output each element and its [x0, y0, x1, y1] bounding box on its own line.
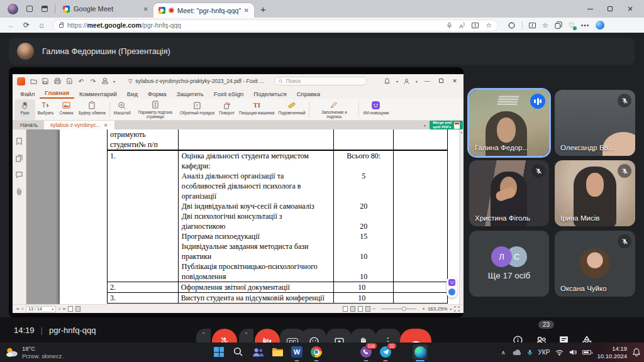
edge-app[interactable] [413, 344, 428, 359]
telegram-app[interactable]: 22 [378, 344, 393, 359]
facing-icon[interactable] [358, 306, 363, 312]
tool-rotate[interactable]: Поворот [216, 99, 237, 120]
workspaces-icon[interactable] [23, 3, 36, 15]
home-button[interactable]: ⌂ [35, 21, 48, 30]
undo-icon[interactable]: ↶ [77, 77, 85, 85]
page-view-icon[interactable] [68, 306, 73, 312]
present-button[interactable] [326, 329, 352, 343]
participant-tile[interactable]: Галина Федор... [469, 90, 549, 156]
open-folder-icon[interactable] [30, 77, 37, 85]
pip-icon[interactable] [472, 23, 479, 28]
tool-clipboard[interactable]: Буфер обмена [77, 99, 108, 120]
bell-icon[interactable] [384, 77, 391, 85]
refresh-button[interactable]: ⟳ [20, 21, 33, 30]
doc-tab-close-icon[interactable]: ✕ [104, 123, 108, 128]
tool-hand[interactable]: Рука [14, 99, 35, 120]
foxit-restore-button[interactable] [436, 78, 445, 84]
foxit-close-button[interactable]: ✕ [450, 78, 459, 84]
page-view-icon[interactable] [75, 306, 80, 312]
page-number-field[interactable]: 13 / 14▾ [26, 306, 56, 312]
file-explorer-app[interactable] [270, 344, 285, 359]
ai-chat-icon[interactable] [448, 279, 455, 286]
tool-fit-page[interactable]: Параметр подгона страницы [133, 99, 178, 120]
mic-muted-button[interactable] [212, 329, 237, 343]
more-options-button[interactable]: ⋮ [375, 329, 401, 343]
menu-file[interactable]: Файл [15, 89, 40, 99]
favorite-star-icon[interactable]: ☆ [486, 22, 492, 29]
participant-tile[interactable]: Ірина Мисів [555, 160, 635, 226]
tool-typewriter[interactable]: TIПишущая машинка [237, 99, 276, 120]
tray-expand-icon[interactable]: ∧ [501, 349, 506, 356]
raise-hand-button[interactable] [351, 329, 376, 343]
doc-tab-start[interactable]: Начать [14, 121, 44, 129]
menu-help[interactable]: Справка [292, 89, 325, 99]
pages-icon[interactable] [16, 155, 23, 162]
attachments-icon[interactable] [16, 188, 23, 195]
search-button[interactable] [231, 344, 246, 359]
word-app[interactable]: W [289, 344, 304, 359]
onedrive-icon[interactable] [511, 349, 521, 356]
voice-search-icon[interactable] [447, 22, 452, 29]
comments-icon[interactable] [16, 172, 23, 178]
zoom-in-icon[interactable]: + [422, 306, 425, 312]
zoom-slider-knob[interactable] [402, 307, 406, 311]
weather-widget[interactable]: 18°CPrzew. słonecz. [5, 345, 64, 360]
zoom-level[interactable]: 163,25% [428, 306, 448, 312]
back-button[interactable]: ← [5, 21, 18, 30]
account-icon[interactable] [403, 77, 411, 85]
next-page-icon[interactable]: › [58, 306, 60, 312]
camera-off-button[interactable] [255, 329, 280, 343]
tool-highlight[interactable]: Подсвеченный [276, 99, 307, 120]
save-icon[interactable] [42, 77, 49, 85]
collections-icon[interactable] [555, 21, 562, 29]
end-call-button[interactable] [400, 329, 431, 343]
document-viewport[interactable]: отримують студенти№ п/п 1. Оцінка діяльн… [26, 129, 464, 304]
stamp-dropdown-icon[interactable]: ▾ [113, 79, 115, 84]
export-icon[interactable] [65, 77, 73, 85]
new-tab-button[interactable]: + [260, 4, 266, 14]
notifications-icon[interactable] [633, 348, 640, 356]
browser-essentials-icon[interactable] [508, 21, 516, 29]
reactions-button[interactable] [301, 329, 326, 343]
profile-avatar[interactable] [8, 4, 18, 14]
first-page-icon[interactable]: « [16, 306, 19, 312]
wifi-icon[interactable] [555, 349, 564, 356]
viber-app[interactable]: 116 [358, 344, 374, 359]
single-page-icon[interactable] [343, 306, 348, 312]
menu-esign[interactable]: Foxit eSign [209, 89, 249, 99]
activities-button[interactable] [580, 335, 593, 343]
tab-google-meet[interactable]: Google Meet ✕ [58, 0, 153, 18]
chrome-app[interactable] [309, 344, 324, 359]
tool-zoom[interactable]: Масштаб [112, 99, 133, 120]
close-button[interactable]: ✕ [620, 0, 640, 18]
start-button[interactable] [211, 344, 226, 359]
print-icon[interactable] [53, 77, 61, 85]
menu-comment[interactable]: Комментарий [74, 89, 122, 99]
cam-options-icon[interactable]: ⌃ [239, 329, 253, 343]
more-participants-tile[interactable]: Л С Ще 17 осіб [469, 231, 549, 297]
tool-snapshot[interactable]: Снимок [56, 99, 77, 120]
facing-continuous-icon[interactable] [365, 306, 370, 312]
minimize-button[interactable] [580, 0, 600, 18]
zoom-slider[interactable] [381, 309, 416, 309]
menu-view[interactable]: Вид [122, 89, 143, 99]
teams-app[interactable] [250, 344, 265, 359]
copilot-icon[interactable] [596, 21, 604, 30]
participant-tile[interactable]: Оксана Чуйко [555, 231, 635, 297]
tab-actions-icon[interactable] [38, 3, 51, 15]
menu-form[interactable]: Форма [143, 89, 172, 99]
fullscreen-icon[interactable] [454, 306, 460, 312]
last-page-icon[interactable]: » [63, 306, 65, 312]
tab-close-icon[interactable]: ✕ [143, 6, 148, 13]
tab-close-icon[interactable]: ✕ [244, 7, 249, 14]
menu-protect[interactable]: Защитить [172, 89, 209, 99]
quick-action-icon[interactable] [448, 288, 455, 295]
tab-list-dropdown-icon[interactable]: ▾ [424, 123, 426, 128]
zoom-dropdown-icon[interactable]: ▾ [450, 307, 452, 311]
tool-reflow[interactable]: TОбратный порядок [178, 99, 216, 120]
continuous-icon[interactable] [350, 306, 355, 312]
favorites-hub-icon[interactable]: ☆ [542, 22, 548, 29]
participant-tile[interactable]: Олександр Бо... [555, 90, 635, 156]
volume-icon[interactable] [569, 349, 577, 356]
menu-share[interactable]: Поделиться [248, 89, 291, 99]
